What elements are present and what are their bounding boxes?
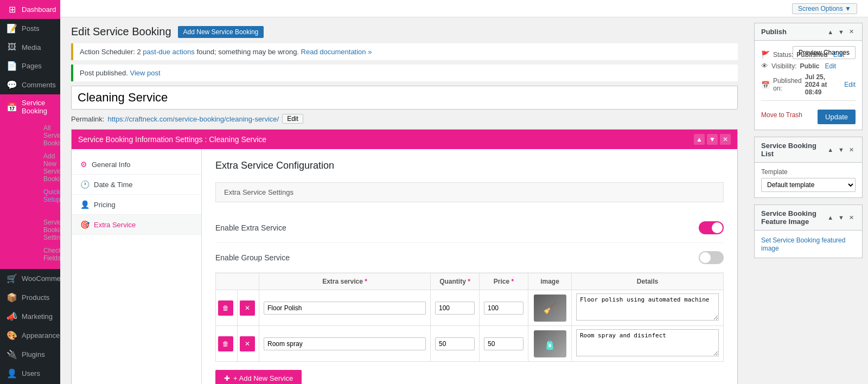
read-docs-link[interactable]: Read documentation »	[301, 48, 372, 56]
sidebar: ⊞ Dashboard 📝 Posts 🖼 Media 📄 Pages 💬 Co…	[0, 0, 60, 384]
tab-content-title: Extra Service Configuration	[215, 160, 724, 171]
booking-list-close[interactable]: ✕	[847, 146, 856, 154]
price-input-1[interactable]	[484, 302, 524, 315]
details-textarea-1[interactable]: Floor polish using automated machine	[576, 293, 719, 321]
sidebar-item-plugins[interactable]: 🔌 Plugins	[0, 345, 60, 364]
th-actions	[216, 273, 259, 290]
update-button[interactable]: Update	[818, 110, 856, 124]
service-image-2[interactable]: 🧴	[534, 330, 566, 357]
th-price: Price *	[480, 273, 528, 290]
feature-image-body: Set Service Booking featured image	[755, 231, 862, 258]
delete-row-2-button[interactable]: 🗑	[218, 336, 233, 351]
sidebar-item-woocommerce[interactable]: 🛒 WooCommerce	[0, 269, 60, 288]
publish-panel-down[interactable]: ▼	[837, 28, 846, 36]
sidebar-item-label: Pages	[22, 62, 42, 70]
tab-extra-service[interactable]: 🎯 Extra Service	[72, 215, 201, 235]
tab-general-info[interactable]: ⚙ General Info	[72, 155, 201, 175]
tab-label: Pricing	[94, 201, 116, 209]
plus-icon: ✚	[224, 374, 230, 382]
table-header-row: Extra service * Quantity * Price * image…	[216, 273, 724, 290]
template-label: Template	[761, 168, 856, 176]
publish-panel-body: Preview Changes 🚩 Status: Published Edit…	[755, 41, 862, 130]
add-new-service-button[interactable]: ✚ + Add New Service	[215, 370, 302, 384]
feature-image-close[interactable]: ✕	[847, 214, 856, 222]
clear-row-1-button[interactable]: ✕	[240, 300, 255, 316]
details-textarea-2[interactable]: Room spray and disinfect	[576, 329, 719, 356]
sub-all-service-booking[interactable]: All Service Booking	[22, 121, 54, 150]
feature-image-down[interactable]: ▼	[837, 214, 846, 221]
sidebar-item-marketing[interactable]: 📣 Marketing	[0, 307, 60, 326]
sidebar-item-posts[interactable]: 📝 Posts	[0, 19, 60, 38]
post-title-input[interactable]	[71, 86, 738, 110]
sidebar-item-dashboard[interactable]: ⊞ Dashboard	[0, 0, 60, 19]
tab-pricing[interactable]: 👤 Pricing	[72, 195, 201, 215]
published-edit-link[interactable]: Edit	[844, 81, 856, 88]
quantity-input-1[interactable]	[435, 302, 475, 315]
sidebar-item-label: Marketing	[22, 312, 53, 321]
metabox-controls: ▲ ▼ ✕	[694, 134, 731, 145]
service-info-metabox: Service Booking Information Settings : C…	[71, 129, 738, 384]
publish-panel-close[interactable]: ✕	[847, 28, 856, 36]
sub-add-new[interactable]: Add New Service Booking	[22, 150, 54, 185]
template-select[interactable]: Default template	[761, 178, 856, 192]
sidebar-item-label: Service Booking	[22, 99, 54, 115]
permalink-url[interactable]: https://craftneck.com/service-booking/cl…	[107, 115, 279, 123]
sidebar-item-media[interactable]: 🖼 Media	[0, 38, 60, 56]
required-star: *	[512, 278, 514, 285]
sidebar-item-label: Users	[22, 369, 40, 377]
image-cell-2: 🧴	[528, 326, 572, 362]
image-wrapper-2: 🧴	[533, 330, 567, 357]
view-post-link[interactable]: View post	[130, 69, 161, 77]
content-area: Edit Service Booking Add New Service Boo…	[60, 17, 868, 384]
metabox-body: ⚙ General Info 🕐 Date & Time 👤 Pricing	[72, 149, 737, 384]
service-image-1[interactable]: 🧹	[534, 295, 566, 322]
tab-date-time[interactable]: 🕐 Date & Time	[72, 175, 201, 195]
sidebar-item-service-booking[interactable]: 📅 Service Booking All Service Booking Ad…	[0, 94, 60, 269]
metabox-collapse-up[interactable]: ▲	[694, 134, 705, 145]
settings-section: Extra Service Settings	[215, 182, 724, 202]
delete-row-1-button[interactable]: 🗑	[218, 300, 233, 316]
booking-list-down[interactable]: ▼	[837, 146, 846, 153]
permalink-edit-button[interactable]: Edit	[282, 114, 303, 124]
set-featured-image-link[interactable]: Set Service Booking featured image	[761, 236, 845, 252]
move-to-trash-link[interactable]: Move to Trash	[761, 111, 802, 119]
status-icon: 🚩	[761, 50, 770, 59]
price-input-2[interactable]	[484, 337, 524, 350]
service-name-cell-1	[259, 290, 431, 326]
permalink: Permalink: https://craftneck.com/service…	[71, 114, 738, 124]
quantity-input-2[interactable]	[435, 337, 475, 350]
extra-service-icon: 🎯	[80, 220, 90, 229]
sub-quick-setup[interactable]: Quick Setup	[22, 185, 54, 206]
visibility-edit-link[interactable]: Edit	[825, 62, 836, 70]
screen-options-button[interactable]: Screen Options ▼	[792, 3, 857, 14]
service-name-input-1[interactable]	[264, 302, 426, 315]
service-name-input-2[interactable]	[264, 337, 426, 350]
publish-panel-header: Publish ▲ ▼ ✕	[755, 23, 862, 41]
feature-image-up[interactable]: ▲	[826, 214, 835, 221]
past-due-link[interactable]: past-due actions	[143, 48, 194, 56]
sub-service-booking-settings[interactable]: Service Booking Settings	[22, 216, 54, 244]
date-time-icon: 🕐	[80, 180, 90, 189]
metabox-close[interactable]: ✕	[720, 134, 731, 145]
pricing-icon: 👤	[80, 200, 90, 209]
enable-extra-service-toggle[interactable]	[699, 221, 724, 234]
sub-checkout-fields[interactable]: Checkout Fields	[22, 244, 54, 265]
add-service-label: + Add New Service	[233, 374, 293, 382]
publish-panel-up[interactable]: ▲	[826, 28, 835, 36]
status-edit-link[interactable]: Edit	[833, 51, 845, 59]
tab-label: Date & Time	[94, 181, 133, 189]
sidebar-item-comments[interactable]: 💬 Comments	[0, 75, 60, 94]
sidebar-item-pages[interactable]: 📄 Pages	[0, 56, 60, 75]
clear-row-2-button[interactable]: ✕	[240, 336, 255, 351]
required-star: *	[468, 278, 470, 285]
enable-group-service-toggle[interactable]	[699, 251, 724, 264]
add-new-service-booking-button[interactable]: Add New Service Booking	[178, 26, 264, 38]
sidebar-item-products[interactable]: 📦 Products	[0, 288, 60, 307]
booking-list-up[interactable]: ▲	[826, 146, 835, 153]
metabox-header[interactable]: Service Booking Information Settings : C…	[72, 130, 737, 149]
page-heading: Edit Service Booking Add New Service Boo…	[71, 25, 738, 38]
sidebar-item-users[interactable]: 👤 Users	[0, 364, 60, 383]
metabox-collapse-down[interactable]: ▼	[707, 134, 718, 145]
sidebar-item-appearance[interactable]: 🎨 Appearance	[0, 326, 60, 345]
post-title-wrap	[71, 86, 738, 110]
